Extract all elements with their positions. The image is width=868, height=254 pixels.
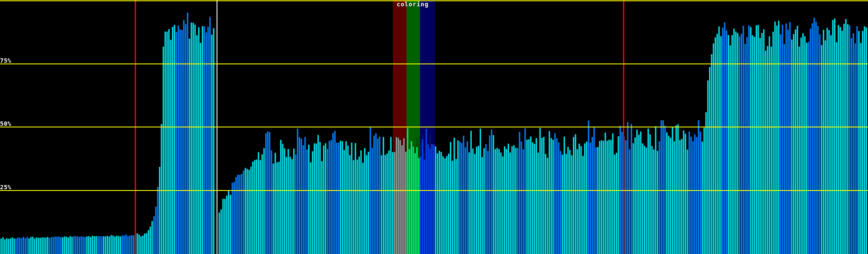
coloring-label: coloring	[397, 1, 428, 7]
tick-label-50: 50%	[0, 121, 11, 127]
gridline-100	[0, 0, 868, 1]
gridline-25	[0, 190, 868, 191]
tick-label-75: 75%	[0, 58, 11, 64]
gridline-75	[0, 64, 868, 64]
gridline-50	[0, 127, 868, 127]
tick-label-25: 25%	[0, 184, 11, 190]
profiler-graph: 75% 50% 25% coloring	[0, 0, 868, 254]
